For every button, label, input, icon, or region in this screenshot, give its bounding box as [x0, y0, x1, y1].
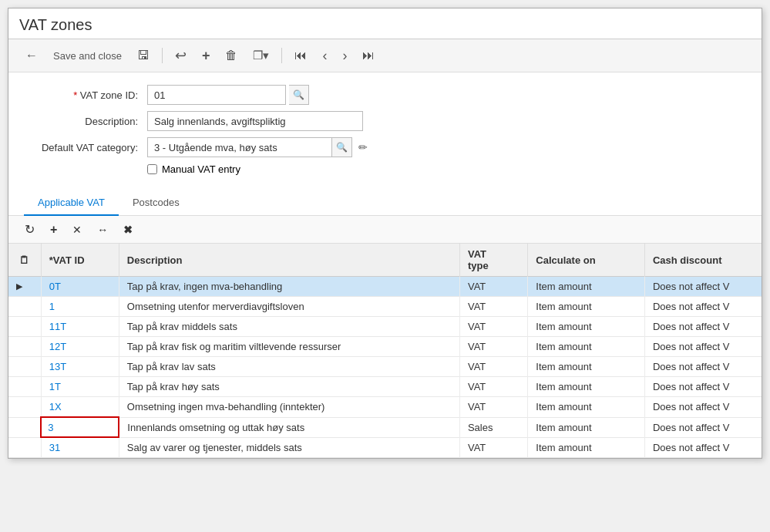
save-close-label: Save and close	[53, 50, 122, 62]
next-icon: ›	[342, 48, 347, 64]
calculateon-cell: Item amount	[528, 317, 645, 337]
table-row[interactable]: 31Salg av varer og tjenester, middels sa…	[8, 437, 762, 458]
calculateon-cell: Item amount	[528, 297, 645, 317]
title-bar: VAT zones	[8, 8, 762, 39]
page-title: VAT zones	[19, 16, 751, 34]
description-label: Description:	[24, 116, 147, 127]
sub-remove-button[interactable]: ✕	[67, 221, 87, 238]
last-icon: ⏭	[362, 49, 375, 62]
arrow-cell	[8, 417, 41, 437]
description-cell: Salg av varer og tjenester, middels sats	[119, 437, 459, 458]
vatid-link[interactable]: 1T	[49, 381, 61, 392]
table-row[interactable]: ▶0TTap på krav, ingen mva-behandlingVATI…	[8, 277, 762, 297]
arrow-cell	[8, 357, 41, 377]
calculateon-cell: Item amount	[528, 377, 645, 397]
vat-zone-id-field[interactable]	[147, 85, 286, 105]
arrow-cell	[8, 377, 41, 397]
col-header-icon: 🗒	[8, 244, 41, 277]
delete-button[interactable]: 🗑	[219, 45, 244, 66]
table-row[interactable]: 12TTap på krav fisk og maritim viltleven…	[8, 337, 762, 357]
vatid-cell: 3	[41, 417, 119, 437]
table-row[interactable]: 3Innenlands omsetning og uttak høy satsS…	[8, 417, 762, 437]
default-vat-cat-label: Default VAT category:	[24, 142, 147, 153]
search-icon: 🔍	[336, 142, 348, 153]
calculateon-cell: Item amount	[528, 357, 645, 377]
sub-add-button[interactable]: +	[45, 221, 62, 239]
add-button[interactable]: +	[196, 45, 217, 67]
table-row[interactable]: 1Omsetning utenfor merverdiavgiftslovenV…	[8, 297, 762, 317]
vat-cat-search-button[interactable]: 🔍	[332, 137, 352, 157]
vatid-cell: 31	[41, 437, 119, 458]
vatid-link[interactable]: 31	[49, 442, 60, 453]
vatid-link[interactable]: 1X	[49, 401, 62, 412]
sub-toolbar: ↻ + ✕ ↔ ✖	[8, 216, 762, 244]
vatid-cell: 1X	[41, 397, 119, 418]
vatid-link[interactable]: 3	[48, 422, 53, 433]
vat-zone-id-label: * VAT zone ID:	[24, 89, 147, 101]
clear-filter-icon: ✖	[123, 224, 133, 236]
vat-cat-edit-button[interactable]: ✏	[355, 140, 371, 155]
clear-filter-button[interactable]: ✖	[118, 221, 138, 238]
vattype-cell: VAT	[459, 377, 527, 397]
table-row[interactable]: 11TTap på krav middels satsVATItem amoun…	[8, 317, 762, 337]
description-cell: Tap på krav lav sats	[119, 357, 459, 377]
vat-zone-id-row: * VAT zone ID: 🔍	[24, 85, 746, 105]
back-button[interactable]: ←	[19, 45, 44, 66]
last-record-button[interactable]: ⏭	[356, 45, 381, 66]
next-record-button[interactable]: ›	[336, 45, 353, 67]
description-cell: Omsetning utenfor merverdiavgiftsloven	[119, 297, 459, 317]
search-icon: 🔍	[293, 89, 304, 100]
calculateon-cell: Item amount	[528, 337, 645, 357]
vatid-link[interactable]: 13T	[49, 361, 66, 372]
copy-button[interactable]: ❐▾	[247, 45, 275, 66]
tab-postcodes[interactable]: Postcodes	[119, 190, 193, 216]
vat-table: 🗒 *VAT ID Description VATtype Calculate …	[8, 244, 762, 458]
vatid-cell: 13T	[41, 357, 119, 377]
refresh-button[interactable]: ↻	[19, 220, 40, 239]
table-icon: 🗒	[19, 254, 29, 266]
vat-cat-with-search: 🔍	[147, 137, 352, 157]
first-icon: ⏮	[294, 49, 307, 62]
description-input-group	[147, 111, 363, 131]
vatid-link[interactable]: 1	[49, 301, 55, 312]
prev-record-button[interactable]: ‹	[316, 45, 333, 67]
col-header-vattype: VATtype	[459, 244, 527, 277]
cashdiscount-cell: Does not affect V	[644, 377, 762, 397]
vatid-link[interactable]: 0T	[49, 281, 61, 292]
calculateon-cell: Item amount	[528, 277, 645, 297]
save-close-button[interactable]: Save and close	[47, 47, 128, 65]
vatid-cell: 1T	[41, 377, 119, 397]
vattype-cell: VAT	[459, 437, 527, 458]
save-button[interactable]: 🖫	[131, 45, 156, 66]
default-vat-cat-field[interactable]	[147, 137, 332, 157]
arrow-cell	[8, 317, 41, 337]
table-row[interactable]: 1XOmsetning ingen mva-behandling (inntek…	[8, 397, 762, 418]
edit-icon: ✏	[358, 141, 368, 153]
undo-button[interactable]: ↩	[169, 44, 193, 67]
description-cell: Innenlands omsetning og uttak høy sats	[119, 417, 459, 437]
vattype-cell: VAT	[459, 317, 527, 337]
sub-add-icon: +	[50, 223, 57, 237]
description-field[interactable]	[147, 111, 363, 131]
save-icon: 🖫	[137, 49, 150, 62]
table-row[interactable]: 1TTap på krav høy satsVATItem amountDoes…	[8, 377, 762, 397]
table-body: ▶0TTap på krav, ingen mva-behandlingVATI…	[8, 277, 762, 458]
first-record-button[interactable]: ⏮	[288, 45, 313, 66]
table-row[interactable]: 13TTap på krav lav satsVATItem amountDoe…	[8, 357, 762, 377]
vatid-cell: 0T	[41, 277, 119, 297]
col-header-vatid: *VAT ID	[41, 244, 119, 277]
vatid-link[interactable]: 12T	[49, 341, 66, 352]
tab-applicable-vat[interactable]: Applicable VAT	[24, 190, 119, 216]
arrow-cell	[8, 337, 41, 357]
fit-columns-button[interactable]: ↔	[92, 221, 113, 238]
manual-vat-checkbox[interactable]	[147, 164, 157, 174]
col-header-calculateon: Calculate on	[528, 244, 645, 277]
vatid-link[interactable]: 11T	[49, 321, 66, 332]
calculateon-cell: Item amount	[528, 437, 645, 458]
toolbar-separator-2	[281, 48, 282, 63]
description-cell: Tap på krav, ingen mva-behandling	[119, 277, 459, 297]
vat-zone-id-search-button[interactable]: 🔍	[289, 85, 309, 105]
tab-list: Applicable VAT Postcodes	[24, 190, 746, 215]
vat-table-area: 🗒 *VAT ID Description VATtype Calculate …	[8, 244, 762, 458]
vattype-cell: Sales	[459, 417, 527, 437]
